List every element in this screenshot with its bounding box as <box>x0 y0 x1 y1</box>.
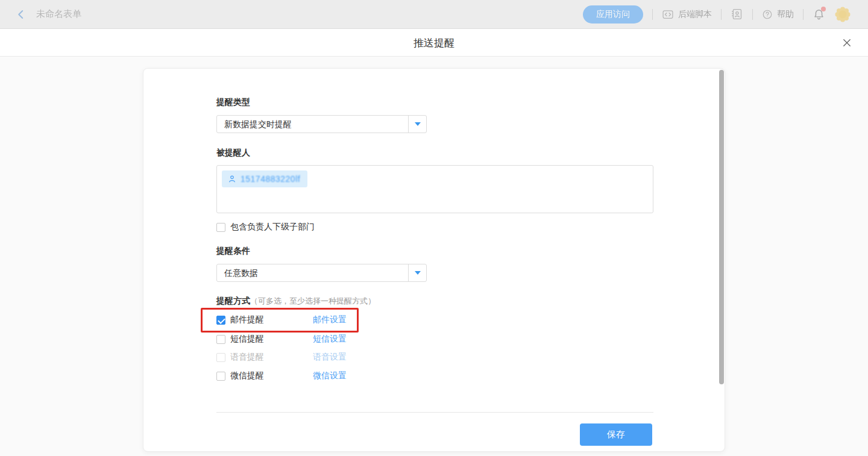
user-avatar[interactable] <box>834 6 851 23</box>
method-row-wechat: 微信提醒 微信设置 <box>216 370 494 382</box>
divider <box>803 9 804 20</box>
reminder-condition-select[interactable]: 任意数据 <box>216 264 427 282</box>
help-button[interactable]: 帮助 <box>762 9 794 20</box>
voice-reminder-label: 语音提醒 <box>230 352 264 363</box>
method-row-email: 邮件提醒 邮件设置 <box>216 314 494 326</box>
sms-settings-link[interactable]: 短信设置 <box>313 334 347 345</box>
question-icon <box>762 9 773 20</box>
divider <box>652 9 653 20</box>
include-sub-dept-row[interactable]: 包含负责人下级子部门 <box>216 221 315 233</box>
email-settings-link[interactable]: 邮件设置 <box>313 314 347 325</box>
include-sub-dept-label: 包含负责人下级子部门 <box>230 222 315 233</box>
chevron-down-icon[interactable] <box>408 264 426 281</box>
reminded-person-label: 被提醒人 <box>216 148 250 158</box>
modal-title: 推送提醒 <box>0 29 868 57</box>
reminder-condition-value: 任意数据 <box>217 264 408 281</box>
voice-settings-link: 语音设置 <box>313 352 347 363</box>
notification-bell-button[interactable] <box>813 8 825 20</box>
contacts-button[interactable] <box>731 8 743 20</box>
top-header: 未命名表单 应用访问 后端脚本 帮助 <box>0 0 868 29</box>
help-label: 帮助 <box>777 9 794 20</box>
include-sub-dept-checkbox[interactable] <box>216 223 225 232</box>
wechat-reminder-label: 微信提醒 <box>230 370 264 381</box>
footer-divider <box>216 412 653 413</box>
close-icon[interactable] <box>841 37 853 49</box>
method-row-sms: 短信提醒 短信设置 <box>216 333 494 345</box>
person-icon <box>227 174 237 184</box>
notification-dot <box>821 7 826 11</box>
divider <box>721 9 722 20</box>
email-reminder-label: 邮件提醒 <box>230 314 264 325</box>
modal-body: 提醒类型 新数据提交时提醒 被提醒人 15174883220lf 包含负责人下级… <box>0 57 868 456</box>
app-access-button[interactable]: 应用访问 <box>583 5 643 23</box>
reminder-condition-label: 提醒条件 <box>216 246 250 257</box>
member-tag[interactable]: 15174883220lf <box>222 170 307 187</box>
sms-reminder-label: 短信提醒 <box>230 334 264 345</box>
reminder-type-label: 提醒类型 <box>216 97 250 108</box>
member-tag-text: 15174883220lf <box>241 174 300 184</box>
reminder-method-label: 提醒方式（可多选，至少选择一种提醒方式） <box>216 296 376 307</box>
app-root: 未命名表单 应用访问 后端脚本 帮助 <box>0 0 868 456</box>
form-title[interactable]: 未命名表单 <box>36 8 81 20</box>
backend-script-button[interactable]: 后端脚本 <box>662 8 712 20</box>
wechat-reminder-checkbox[interactable] <box>216 372 225 381</box>
reminder-type-select[interactable]: 新数据提交时提醒 <box>216 115 427 133</box>
chevron-down-icon[interactable] <box>408 116 426 133</box>
settings-card: 提醒类型 新数据提交时提醒 被提醒人 15174883220lf 包含负责人下级… <box>143 68 725 452</box>
divider <box>752 9 753 20</box>
email-reminder-checkbox[interactable] <box>216 316 225 325</box>
chevron-left-icon <box>16 9 27 20</box>
flower-avatar-icon <box>834 6 851 23</box>
voice-reminder-checkbox <box>216 353 225 362</box>
wechat-settings-link[interactable]: 微信设置 <box>313 370 347 381</box>
backend-script-label: 后端脚本 <box>678 9 712 20</box>
reminded-person-field[interactable]: 15174883220lf <box>216 165 653 213</box>
code-icon <box>662 8 674 20</box>
reminder-type-value: 新数据提交时提醒 <box>217 116 408 133</box>
save-button[interactable]: 保存 <box>580 423 652 446</box>
contacts-icon <box>731 8 743 20</box>
scrollbar-thumb[interactable] <box>719 70 724 384</box>
reminder-method-hint: （可多选，至少选择一种提醒方式） <box>250 296 376 305</box>
sms-reminder-checkbox[interactable] <box>216 335 225 344</box>
modal-titlebar: 推送提醒 <box>0 29 868 57</box>
back-button[interactable] <box>16 9 27 20</box>
method-row-voice: 语音提醒 语音设置 <box>216 351 494 363</box>
